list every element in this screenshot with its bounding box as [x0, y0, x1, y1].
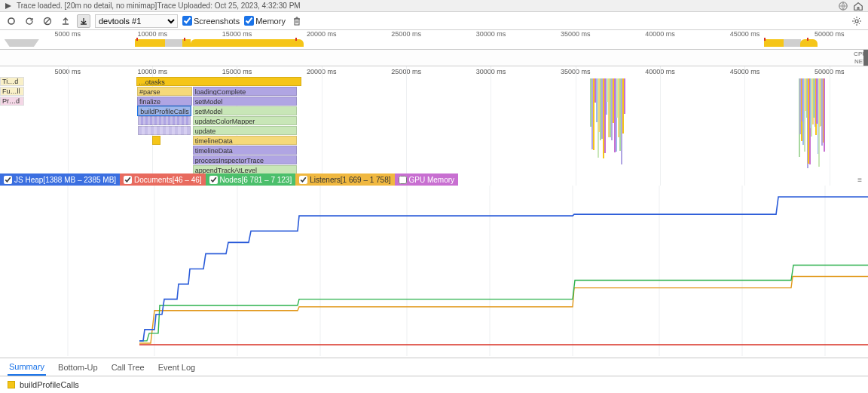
legend-gpu[interactable]: GPU Memory: [395, 173, 459, 186]
counters-legend: JS Heap[1388 MB – 2385 MB] Documents[46 …: [0, 173, 868, 186]
globe-icon[interactable]: [838, 1, 848, 11]
svg-point-5: [855, 20, 858, 23]
tab-call-tree[interactable]: Call Tree: [110, 360, 146, 375]
flame-bar-processinspectortrace[interactable]: processInspectorTrace: [193, 155, 297, 164]
overview-tick: 50000 ms: [815, 30, 845, 38]
flame-bar-loadingcomplete[interactable]: loadingComplete: [193, 87, 297, 96]
legend-menu-icon[interactable]: ≡: [851, 176, 868, 184]
main-area: Ti…d Fu…ll Pr…d …otasks #parse finalize …: [0, 77, 868, 356]
flame-bar-finalize[interactable]: finalize: [137, 97, 192, 106]
home-icon[interactable]: [853, 1, 863, 11]
main-tick: 10000 ms: [137, 68, 167, 75]
memory-checkbox[interactable]: Memory: [244, 16, 286, 26]
clear-button[interactable]: [41, 14, 54, 28]
flame-bar-updatecolormapper[interactable]: updateColorMapper: [193, 116, 297, 125]
flame-bar-small[interactable]: [152, 136, 161, 145]
screenshots-checkbox[interactable]: Screenshots: [182, 16, 240, 26]
flame-bar-timelinedata2[interactable]: timelineData: [193, 146, 297, 155]
legend-jsheap[interactable]: JS Heap[1388 MB – 2385 MB]: [0, 173, 120, 186]
overview-tick: 25000 ms: [391, 30, 421, 38]
download-button[interactable]: [77, 14, 90, 28]
overview-tick: 40000 ms: [645, 30, 675, 38]
svg-line-3: [45, 19, 50, 23]
timeline-overview[interactable]: 5000 ms10000 ms15000 ms20000 ms25000 ms3…: [0, 30, 868, 50]
counters-chart[interactable]: [0, 186, 868, 356]
overview-tick: 15000 ms: [222, 30, 252, 38]
flame-chart[interactable]: …otasks #parse finalize buildProfileCall…: [0, 77, 868, 173]
overview-tick: 5000 ms: [55, 30, 81, 38]
main-tick: 40000 ms: [645, 68, 675, 75]
main-tick: 15000 ms: [222, 68, 252, 75]
status-text: Trace loaded. [20m no detail, no minimap…: [17, 2, 301, 10]
overview-tick: 20000 ms: [307, 30, 337, 38]
flame-bar-anon1[interactable]: [138, 116, 191, 125]
flame-bar-task[interactable]: …otasks: [136, 77, 301, 86]
main-ruler: 5000 ms10000 ms15000 ms20000 ms25000 ms3…: [0, 66, 868, 77]
target-select[interactable]: devtools #1: [95, 14, 178, 28]
svg-rect-4: [295, 19, 299, 25]
flame-bar-parse[interactable]: #parse: [137, 87, 192, 96]
overview-tick: 30000 ms: [476, 30, 506, 38]
overview-tick: 10000 ms: [137, 30, 167, 38]
flame-bar-setmodel2[interactable]: setModel: [193, 106, 297, 115]
main-tick: 5000 ms: [55, 68, 81, 75]
legend-listeners[interactable]: Listeners[1 669 – 1 758]: [295, 173, 394, 186]
flame-bar-anon2[interactable]: [138, 126, 191, 135]
overview-detail-strip: CPU NET: [0, 50, 868, 66]
svg-point-1: [8, 18, 14, 24]
overview-bars: [0, 39, 868, 48]
bottom-drawer: Summary Bottom-Up Call Tree Event Log bu…: [0, 358, 868, 393]
tab-summary[interactable]: Summary: [8, 359, 46, 376]
gc-button[interactable]: [290, 14, 304, 28]
flame-bar-setmodel1[interactable]: setModel: [193, 97, 297, 106]
tab-event-log[interactable]: Event Log: [157, 360, 197, 375]
overview-ruler: 5000 ms10000 ms15000 ms20000 ms25000 ms3…: [0, 30, 868, 39]
upload-button[interactable]: [59, 14, 72, 28]
status-bar: Trace loaded. [20m no detail, no minimap…: [0, 0, 868, 12]
legend-nodes[interactable]: Nodes[6 781 – 7 123]: [206, 173, 296, 186]
toolbar: devtools #1 Screenshots Memory: [0, 12, 868, 30]
settings-button[interactable]: [850, 14, 863, 28]
overview-drag-handle[interactable]: [863, 50, 868, 66]
main-tick: 25000 ms: [391, 68, 421, 75]
play-icon: [5, 2, 12, 10]
record-button[interactable]: [5, 14, 18, 28]
flame-bar-buildprofilecalls[interactable]: buildProfileCalls: [138, 106, 191, 115]
main-tick: 30000 ms: [476, 68, 506, 75]
main-tick: 20000 ms: [307, 68, 337, 75]
summary-selected-name: buildProfileCalls: [20, 380, 79, 389]
overview-tick: 35000 ms: [561, 30, 591, 38]
main-tick: 45000 ms: [730, 68, 760, 75]
tab-bottom-up[interactable]: Bottom-Up: [57, 360, 99, 375]
main-tick: 35000 ms: [561, 68, 591, 75]
main-tick: 50000 ms: [815, 68, 845, 75]
flame-bar-update[interactable]: update: [193, 126, 297, 135]
summary-color-swatch: [8, 381, 15, 388]
overview-tick: 45000 ms: [730, 30, 760, 38]
reload-button[interactable]: [23, 14, 36, 28]
legend-documents[interactable]: Documents[46 – 46]: [120, 173, 206, 186]
flame-bar-timelinedata1[interactable]: timelineData: [193, 136, 297, 145]
